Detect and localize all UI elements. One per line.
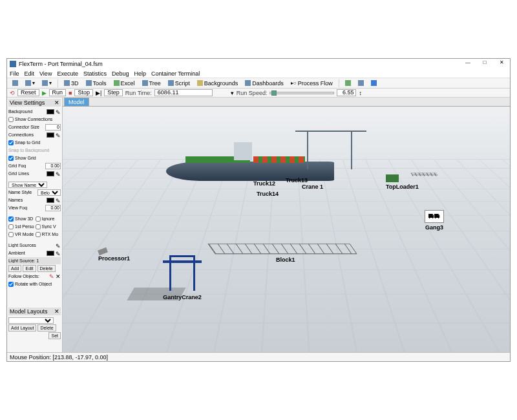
tool-tools[interactable]: Tools xyxy=(83,79,109,87)
menubar: File Edit View Execute Statistics Debug … xyxy=(7,69,510,78)
mouse-position: Mouse Position: [213.88, -17.97, 0.00] xyxy=(10,354,108,361)
tool-save[interactable]: ▾ xyxy=(39,79,54,87)
tool-backgrounds[interactable]: Backgrounds xyxy=(195,79,241,87)
runtime-label: Run Time: xyxy=(125,90,152,96)
add-layout-button[interactable]: Add Layout xyxy=(8,324,36,331)
menu-file[interactable]: File xyxy=(10,70,19,77)
reset-button[interactable]: Reset xyxy=(17,89,39,96)
gantry-crane-object[interactable]: GantryCrane2 xyxy=(163,255,202,300)
label-truck12[interactable]: Truck12 xyxy=(253,179,275,187)
speed-value[interactable]: 6.55 xyxy=(337,89,356,96)
statusbar: Mouse Position: [213.88, -17.97, 0.00] xyxy=(7,352,510,361)
tool-extra2[interactable] xyxy=(355,79,366,87)
minimize-button[interactable]: — xyxy=(462,60,474,68)
app-window: FlexTerm - Port Terminal_04.fsm — □ ✕ Fi… xyxy=(6,58,511,362)
add-light-button[interactable]: Add xyxy=(8,265,21,272)
close-icon[interactable]: ✕ xyxy=(54,100,59,106)
set-layout-button[interactable]: Set xyxy=(48,332,61,339)
tool-new[interactable] xyxy=(10,79,21,87)
processor-object[interactable]: Processor1 xyxy=(98,249,130,262)
tool-dashboards[interactable]: Dashboards xyxy=(242,79,286,87)
menu-debug[interactable]: Debug xyxy=(112,70,129,77)
menu-execute[interactable]: Execute xyxy=(57,70,78,77)
grid-fog-input[interactable]: 0.00 xyxy=(45,163,61,169)
rtx-check[interactable] xyxy=(36,232,41,237)
edit-light-button[interactable]: Edit xyxy=(23,265,36,272)
titlebar: FlexTerm - Port Terminal_04.fsm — □ ✕ xyxy=(7,59,510,69)
light-source-1[interactable]: Light Source: 1 xyxy=(8,258,61,263)
menu-edit[interactable]: Edit xyxy=(25,70,35,77)
properties-panel: View Settings✕ Background✎ Show Connecti… xyxy=(7,98,63,352)
layout-select[interactable] xyxy=(8,317,54,324)
tool-extra1[interactable] xyxy=(343,79,353,87)
tab-view-settings[interactable]: View Settings xyxy=(10,100,45,106)
sync-check[interactable] xyxy=(36,224,41,229)
snap-grid-check[interactable] xyxy=(8,140,14,145)
show-names-select[interactable]: Show Names xyxy=(8,182,47,188)
tool-process-flow[interactable]: ▸○Process Flow xyxy=(288,79,335,87)
tab-model[interactable]: Model xyxy=(64,98,89,106)
ship-object[interactable] xyxy=(166,142,334,187)
step-button[interactable]: Step xyxy=(104,89,123,96)
connector-size-input[interactable]: 0 xyxy=(45,124,61,131)
tool-excel[interactable]: Excel xyxy=(111,79,138,87)
label-truck14[interactable]: Truck14 xyxy=(257,189,279,197)
delete-layout-button[interactable]: Delete xyxy=(37,324,56,331)
follow-clear-icon[interactable]: ✕ xyxy=(56,273,61,280)
block1-object[interactable] xyxy=(207,244,357,254)
stop-button[interactable]: Stop xyxy=(74,89,93,96)
label-crane1[interactable]: Crane 1 xyxy=(302,182,323,190)
ambient-color[interactable] xyxy=(47,251,54,256)
view-fog-input[interactable]: 0.00 xyxy=(45,205,61,211)
first-person-check[interactable] xyxy=(8,224,14,229)
vr-mode-check[interactable] xyxy=(8,232,14,237)
show-3d-check[interactable] xyxy=(8,216,14,222)
conn-color-swatch[interactable] xyxy=(47,132,54,138)
tool-3d[interactable]: 3D xyxy=(61,79,81,87)
3d-viewport[interactable]: Truck12 Truck13 Crane 1 Truck14 TopLoade… xyxy=(63,107,510,352)
eyedropper-icon[interactable]: ✎ xyxy=(56,109,61,114)
gang-object[interactable]: ⛟⛟ Gang3 xyxy=(425,210,444,231)
menu-help[interactable]: Help xyxy=(134,70,146,77)
menu-view[interactable]: View xyxy=(39,70,52,77)
delete-light-button[interactable]: Delete xyxy=(37,265,56,272)
timebar: ⟲ Reset ▶ Run ■ Stop ▶| Step Run Time: 6… xyxy=(7,89,510,98)
maximize-button[interactable]: □ xyxy=(479,60,491,68)
app-icon xyxy=(10,61,16,67)
rotate-with-object-check[interactable] xyxy=(8,282,14,287)
runspeed-label: Run Speed: xyxy=(237,90,268,96)
tool-help[interactable] xyxy=(368,79,379,87)
window-title: FlexTerm - Port Terminal_04.fsm xyxy=(19,61,462,67)
model-layouts-header: Model Layouts xyxy=(10,308,48,315)
bg-color-swatch[interactable] xyxy=(47,109,54,114)
label-block1: Block1 xyxy=(276,255,295,263)
run-button[interactable]: Run xyxy=(49,89,67,96)
toolbar: ▾ ▾ 3D Tools Excel Tree Script Backgroun… xyxy=(7,78,510,89)
tool-tree[interactable]: Tree xyxy=(140,79,164,87)
close-icon[interactable]: ✕ xyxy=(54,308,59,315)
block-small[interactable] xyxy=(412,171,438,178)
name-style-select[interactable]: Below xyxy=(37,189,61,196)
tool-script[interactable]: Script xyxy=(165,79,193,87)
menu-statistics[interactable]: Statistics xyxy=(83,70,107,77)
follow-target-icon[interactable]: ✎ xyxy=(49,273,54,280)
tool-open[interactable]: ▾ xyxy=(23,79,37,87)
close-button[interactable]: ✕ xyxy=(496,60,507,68)
menu-container-terminal[interactable]: Container Terminal xyxy=(151,70,200,77)
show-grid-check[interactable] xyxy=(8,156,14,161)
gridline-color[interactable] xyxy=(47,171,54,176)
ignore-check[interactable] xyxy=(36,216,41,222)
names-color[interactable] xyxy=(47,198,54,203)
show-connections-check[interactable] xyxy=(8,117,14,122)
viewport-tabs: Model xyxy=(63,98,510,107)
speed-slider[interactable] xyxy=(269,92,334,94)
runtime-value[interactable]: 6086.11 xyxy=(154,89,213,96)
